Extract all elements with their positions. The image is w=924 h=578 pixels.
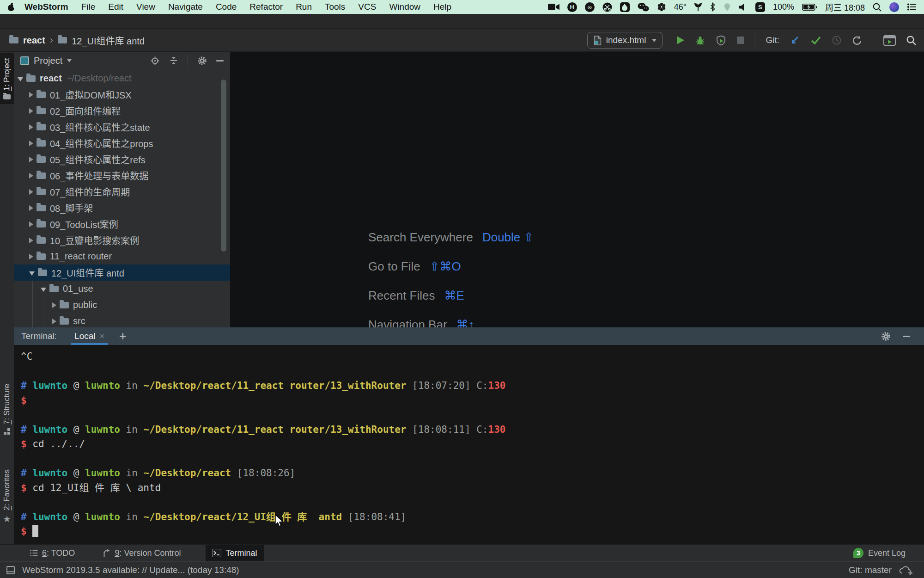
tree-row[interactable]: 11_react router	[14, 248, 230, 264]
temperature-reading[interactable]: 46°	[674, 2, 687, 12]
menubar-clock[interactable]: 周三 18:08	[825, 2, 865, 12]
chevron-right-icon[interactable]	[29, 238, 33, 243]
tree-row[interactable]: react~/Desktop/react	[14, 70, 230, 86]
breadcrumb-item-current[interactable]: 12_UI组件库 antd	[72, 34, 145, 47]
menubar-item[interactable]: Code	[216, 2, 237, 12]
sidebar-tab-project[interactable]: 1: Project	[0, 53, 14, 104]
terminal-tab-local[interactable]: Local ×	[73, 327, 106, 345]
chevron-right-icon[interactable]	[29, 254, 33, 259]
toolwindow-toggle-icon[interactable]	[6, 566, 15, 574]
stop-button[interactable]	[736, 36, 745, 44]
battery-icon[interactable]	[802, 2, 817, 12]
history-button[interactable]	[832, 35, 842, 45]
tree-row[interactable]: 03_组件核心属性之state	[14, 119, 230, 135]
creative-cloud-icon[interactable]: ∞	[585, 2, 595, 12]
weather-flower-icon[interactable]	[657, 2, 666, 12]
menubar-item[interactable]: View	[136, 2, 155, 12]
gear-icon[interactable]	[197, 56, 207, 66]
menubar-item[interactable]: Tools	[325, 2, 345, 12]
tree-row[interactable]: 09_TodoList案例	[14, 216, 230, 232]
chevron-down-icon[interactable]	[67, 59, 72, 62]
plant-app-icon[interactable]	[694, 2, 702, 12]
rollback-button[interactable]	[852, 35, 863, 45]
toolwindow-button-version-control[interactable]: 9: Version Control	[100, 545, 183, 562]
new-terminal-session-button[interactable]: +	[119, 330, 127, 343]
chevron-right-icon[interactable]	[29, 205, 33, 211]
menubar-item[interactable]: File	[81, 2, 96, 12]
volume-icon[interactable]	[739, 2, 748, 12]
chevron-right-icon[interactable]	[29, 221, 33, 227]
update-project-button[interactable]	[790, 35, 800, 45]
tree-row[interactable]: 04_组件核心属性之props	[14, 135, 230, 151]
chevron-right-icon[interactable]	[52, 302, 56, 308]
terminal-output[interactable]: ^C # luwnto @ luwnto in ~/Desktop/react/…	[14, 345, 924, 545]
tree-row[interactable]: 08_脚手架	[14, 200, 230, 216]
sidebar-tab-structure[interactable]: 7: Structure	[0, 384, 14, 435]
chevron-right-icon[interactable]	[29, 108, 33, 114]
chevron-right-icon[interactable]	[29, 189, 33, 195]
chevron-right-icon[interactable]	[29, 124, 33, 130]
commit-button[interactable]	[810, 35, 821, 45]
event-log-button[interactable]: 3 Event Log	[853, 548, 906, 558]
tree-row[interactable]: 05_组件核心属性之refs	[14, 151, 230, 167]
chevron-down-icon[interactable]	[41, 288, 46, 292]
menubar-item[interactable]: Run	[296, 2, 312, 12]
cloud-sync-icon[interactable]	[898, 565, 914, 576]
status-message[interactable]: WebStorm 2019.3.5 available: // Update..…	[22, 565, 239, 575]
toolwindow-button-terminal[interactable]: Terminal	[206, 545, 263, 562]
toolwindow-button-todo[interactable]: 6: TODO	[27, 545, 78, 562]
spotlight-search-icon[interactable]	[873, 2, 881, 12]
chevron-down-icon[interactable]	[29, 271, 35, 276]
run-with-coverage-button[interactable]	[716, 35, 726, 46]
chevron-right-icon[interactable]	[29, 92, 33, 98]
gear-icon[interactable]	[881, 332, 891, 341]
tree-row[interactable]: 01_虚拟DOM和JSX	[14, 86, 230, 103]
run-anything-button[interactable]	[883, 35, 896, 46]
search-everywhere-icon[interactable]	[906, 35, 917, 46]
tree-row[interactable]: 01_use	[14, 281, 230, 297]
chevron-down-icon[interactable]	[18, 77, 23, 81]
apple-menu-icon[interactable]	[7, 2, 15, 12]
bluetooth-icon[interactable]	[710, 2, 716, 12]
project-panel-title[interactable]: Project	[34, 55, 62, 66]
menubar-item[interactable]: Navigate	[168, 2, 203, 12]
menubar-item-app[interactable]: WebStorm	[24, 2, 68, 12]
tree-row[interactable]: 02_面向组件编程	[14, 103, 230, 119]
tree-row[interactable]: 12_UI组件库 antd	[14, 264, 230, 281]
tree-row[interactable]: src	[14, 313, 230, 327]
tree-row[interactable]: public	[14, 297, 230, 313]
run-button[interactable]	[675, 35, 685, 45]
run-configuration-select[interactable]: index.html	[587, 32, 663, 49]
project-tree-scrollbar[interactable]	[221, 80, 226, 252]
menubar-item[interactable]: Refactor	[249, 2, 283, 12]
h-app-icon[interactable]: H	[567, 2, 577, 12]
git-branch-widget[interactable]: Git: master	[849, 565, 892, 575]
tree-row[interactable]: 10_豆瓣电影搜索案例	[14, 232, 230, 248]
sidebar-tab-favorites[interactable]: 2: Favorites ★	[0, 469, 14, 524]
chevron-right-icon[interactable]	[29, 157, 33, 162]
control-center-icon[interactable]	[907, 2, 917, 12]
locate-file-icon[interactable]	[150, 56, 160, 66]
hide-panel-button[interactable]	[216, 60, 224, 61]
siri-icon[interactable]	[889, 2, 899, 12]
chevron-right-icon[interactable]	[29, 141, 33, 146]
tree-row[interactable]: 06_事件处理与表单数据	[14, 167, 230, 184]
debug-button[interactable]	[695, 35, 705, 46]
menubar-item[interactable]: VCS	[358, 2, 376, 12]
location-icon[interactable]	[723, 2, 731, 12]
collapse-all-icon[interactable]	[169, 56, 178, 65]
breadcrumb-item-root[interactable]: react	[23, 35, 45, 46]
screen-record-icon[interactable]	[548, 2, 559, 12]
hide-panel-button[interactable]	[903, 336, 910, 337]
s-app-icon[interactable]: S	[755, 2, 765, 12]
wechat-icon[interactable]	[638, 2, 649, 12]
close-tab-icon[interactable]: ×	[100, 332, 105, 341]
chevron-right-icon[interactable]	[52, 319, 56, 324]
scissors-icon[interactable]	[602, 2, 612, 12]
menubar-item[interactable]: Window	[389, 2, 420, 12]
menubar-item[interactable]: Edit	[108, 2, 123, 12]
menubar-item[interactable]: Help	[433, 2, 451, 12]
drop-app-icon[interactable]	[620, 2, 630, 12]
tree-row[interactable]: 07_组件的生命周期	[14, 184, 230, 200]
chevron-right-icon[interactable]	[29, 173, 33, 178]
